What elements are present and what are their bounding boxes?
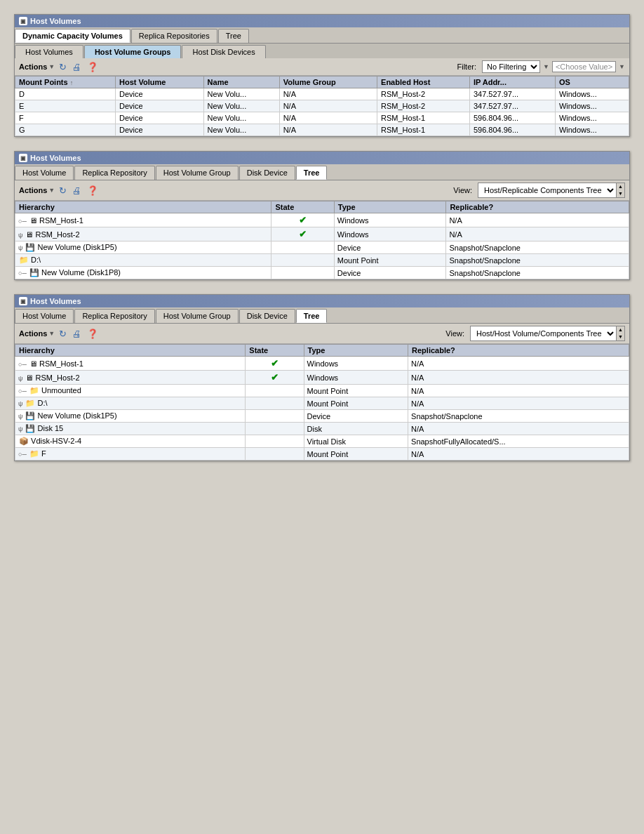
tab-bar-3: Host Volume Replica Repository Host Volu… <box>15 307 629 324</box>
tab-tree-2[interactable]: Tree <box>296 166 328 180</box>
tab-hvg-2[interactable]: Host Volume Group <box>156 166 239 180</box>
tab-replica-repositories[interactable]: Replica Repositories <box>131 29 217 43</box>
expand-icon: ψ <box>18 425 22 432</box>
tree-col-type-3[interactable]: Type <box>304 345 408 357</box>
tree-col-state-3[interactable]: State <box>246 345 304 357</box>
tab-host-volume-2[interactable]: Host Volume <box>15 166 74 180</box>
panel-icon-2: ▣ <box>19 154 27 162</box>
view-arrows-3: ▲ ▼ <box>616 326 624 340</box>
refresh-button-2[interactable]: ↻ <box>58 185 68 197</box>
col-ip-addr[interactable]: IP Addr... <box>469 77 555 88</box>
tree-col-type-2[interactable]: Type <box>334 201 446 213</box>
actions-dropdown-arrow-2: ▼ <box>48 187 55 194</box>
col-os[interactable]: OS <box>555 77 629 88</box>
tree-col-replicable-3[interactable]: Replicable? <box>408 345 629 357</box>
view-select-3[interactable]: Host/Host Volume/Components Tree <box>471 328 616 339</box>
help-button-2[interactable]: ❓ <box>86 185 100 197</box>
panel-icon-3: ▣ <box>19 297 27 305</box>
tab-hvg-3[interactable]: Host Volume Group <box>156 309 239 323</box>
tab-disk-device-3[interactable]: Disk Device <box>239 309 295 323</box>
tab-bar-2: Host Volume Replica Repository Host Volu… <box>15 164 629 180</box>
disk-icon: 💾 <box>25 411 35 420</box>
host-icon: 🖥 <box>29 216 37 225</box>
data-table-1: Mount Points ↑ Host Volume Name Volume G… <box>15 76 629 136</box>
tree-row[interactable]: ○─ 🖥 RSM_Host-1 ✔ Windows N/A <box>15 213 629 227</box>
view-arrow-up-3[interactable]: ▲ <box>617 326 624 333</box>
subtab-host-volumes[interactable]: Host Volumes <box>15 45 83 58</box>
panel-title-3: Host Volumes <box>30 297 81 305</box>
tree-table-3: Hierarchy State Type Replicable? ○─ 🖥 RS… <box>15 344 629 461</box>
vdisk-icon: 📦 <box>19 437 29 445</box>
filter-value-arrow-1: ▼ <box>619 63 625 70</box>
tab-tree-1[interactable]: Tree <box>218 29 249 43</box>
tree-col-hierarchy-3[interactable]: Hierarchy <box>15 345 246 357</box>
tree-row[interactable]: ψ 🖥 RSM_Host-2 ✔ Windows N/A <box>15 227 629 241</box>
refresh-button-1[interactable]: ↻ <box>58 61 68 73</box>
filter-select-1[interactable]: No Filtering <box>482 60 540 73</box>
panel-titlebar-3: ▣ Host Volumes <box>15 295 629 307</box>
help-button-1[interactable]: ❓ <box>86 61 100 73</box>
tree-col-state-2[interactable]: State <box>271 201 334 213</box>
state-check: ✔ <box>299 215 307 225</box>
view-select-2[interactable]: Host/Replicable Components Tree <box>478 185 616 196</box>
refresh-button-3[interactable]: ↻ <box>58 328 68 340</box>
view-label-2: View: <box>453 186 472 194</box>
tab-host-volume-3[interactable]: Host Volume <box>15 309 74 323</box>
tree-row[interactable]: ψ 💾 New Volume (Disk1P5) Device Snapshot… <box>15 241 629 254</box>
tab-disk-device-2[interactable]: Disk Device <box>239 166 295 180</box>
host-icon: 🖥 <box>25 373 33 382</box>
panel-host-volumes-2: ▣ Host Volumes Host Volume Replica Repos… <box>14 151 630 280</box>
tree-row[interactable]: 📁 D:\ Mount Point Snapshot/Snapclone <box>15 254 629 267</box>
state-check: ✔ <box>299 229 307 239</box>
print-button-3[interactable]: 🖨 <box>71 328 83 340</box>
panel-titlebar-1: ▣ Host Volumes <box>15 15 629 27</box>
actions-dropdown-arrow-1: ▼ <box>48 63 55 70</box>
view-arrow-up-2[interactable]: ▲ <box>617 183 624 190</box>
actions-label-3: Actions ▼ <box>19 329 55 338</box>
col-mount-points[interactable]: Mount Points ↑ <box>15 77 116 88</box>
tree-row[interactable]: ψ 📁 D:\ Mount Point N/A <box>15 397 629 410</box>
view-select-container-2: Host/Replicable Components Tree ▲ ▼ <box>478 183 625 198</box>
expand-icon: ○─ <box>18 451 27 458</box>
tab-dynamic-capacity[interactable]: Dynamic Capacity Volumes <box>15 29 130 43</box>
help-button-3[interactable]: ❓ <box>86 328 100 340</box>
tree-col-hierarchy-2[interactable]: Hierarchy <box>15 201 271 213</box>
tree-row[interactable]: ○─ 📁 F Mount Point N/A <box>15 448 629 461</box>
table-row[interactable]: F Device New Volu... N/A RSM_Host-1 596.… <box>15 112 629 124</box>
filter-value-box-1[interactable]: <Choose Value> <box>552 61 616 72</box>
tab-replica-repo-2[interactable]: Replica Repository <box>74 166 154 180</box>
print-button-2[interactable]: 🖨 <box>71 185 83 197</box>
tab-tree-3[interactable]: Tree <box>296 309 328 323</box>
tree-row[interactable]: ○─ 🖥 RSM_Host-1 ✔ Windows N/A <box>15 357 629 371</box>
tree-row[interactable]: ○─ 💾 New Volume (Disk1P8) Device Snapsho… <box>15 267 629 279</box>
subtab-host-disk-devices[interactable]: Host Disk Devices <box>182 45 265 58</box>
tree-col-replicable-2[interactable]: Replicable? <box>446 201 629 213</box>
subtab-host-volume-groups[interactable]: Host Volume Groups <box>84 45 182 58</box>
disk-icon: 💾 <box>25 243 35 251</box>
table-row[interactable]: G Device New Volu... N/A RSM_Host-1 596.… <box>15 124 629 136</box>
print-button-1[interactable]: 🖨 <box>71 61 83 73</box>
tree-row[interactable]: ψ 🖥 RSM_Host-2 ✔ Windows N/A <box>15 371 629 385</box>
expand-icon: ○─ <box>18 270 27 277</box>
tree-row[interactable]: 📦 Vdisk-HSV-2-4 Virtual Disk SnapshotFul… <box>15 435 629 448</box>
tab-bar-1: Dynamic Capacity Volumes Replica Reposit… <box>15 27 629 44</box>
tree-table-2: Hierarchy State Type Replicable? ○─ 🖥 RS… <box>15 201 629 279</box>
col-host-volume[interactable]: Host Volume <box>116 77 204 88</box>
view-arrow-down-3[interactable]: ▼ <box>617 333 624 340</box>
view-select-container-3: Host/Host Volume/Components Tree ▲ ▼ <box>470 326 625 341</box>
table-row[interactable]: E Device New Volu... N/A RSM_Host-2 347.… <box>15 100 629 112</box>
col-enabled-host[interactable]: Enabled Host <box>377 77 470 88</box>
expand-icon: ψ <box>18 375 22 382</box>
expand-icon: ○─ <box>18 218 27 225</box>
col-name[interactable]: Name <box>203 77 279 88</box>
tree-row[interactable]: ψ 💾 New Volume (Disk1P5) Device Snapshot… <box>15 410 629 423</box>
folder-icon: 📁 <box>29 449 39 458</box>
tree-row[interactable]: ψ 💾 Disk 15 Disk N/A <box>15 423 629 435</box>
expand-icon: ψ <box>18 244 22 251</box>
tab-replica-repo-3[interactable]: Replica Repository <box>74 309 154 323</box>
panel-host-volumes-3: ▣ Host Volumes Host Volume Replica Repos… <box>14 294 630 461</box>
col-volume-group[interactable]: Volume Group <box>279 77 377 88</box>
tree-row[interactable]: ○─ 📁 Unmounted Mount Point N/A <box>15 385 629 397</box>
view-arrow-down-2[interactable]: ▼ <box>617 190 624 197</box>
table-row[interactable]: D Device New Volu... N/A RSM_Host-2 347.… <box>15 88 629 100</box>
